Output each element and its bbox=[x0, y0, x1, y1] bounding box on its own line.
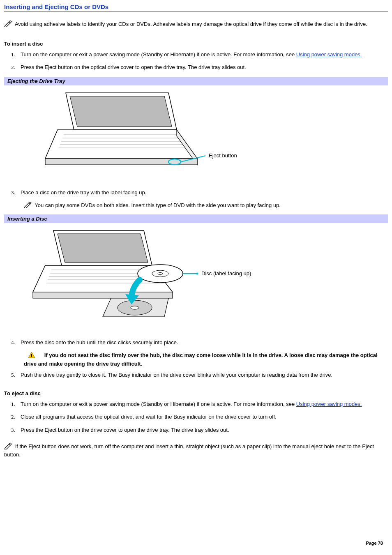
step4-warning-text: If you do not seat the disc firmly over … bbox=[24, 352, 378, 367]
page-title: Inserting and Ejecting CDs or DVDs bbox=[4, 3, 388, 12]
figure-1: Eject button bbox=[4, 85, 388, 187]
figure-2: Disc (label facing up) bbox=[4, 223, 388, 336]
eject-step-3: Press the Eject button on the drive cove… bbox=[16, 426, 388, 434]
insert-step-1: Turn on the computer or exit a power sav… bbox=[16, 51, 388, 58]
step4-warning: If you do not seat the disc firmly over … bbox=[24, 352, 388, 367]
insert-step-2: Press the Eject button on the optical dr… bbox=[16, 64, 388, 71]
warning-icon bbox=[28, 352, 35, 360]
step3-note: You can play some DVDs on both sides. In… bbox=[24, 202, 388, 210]
link-power-saving-1[interactable]: Using power saving modes. bbox=[296, 51, 362, 58]
page-number: Page 78 bbox=[366, 541, 383, 546]
fig2-label: Disc (label facing up) bbox=[201, 270, 251, 276]
bottom-note: If the Eject button does not work, turn … bbox=[4, 443, 388, 458]
bottom-note-text: If the Eject button does not work, turn … bbox=[4, 443, 374, 458]
svg-rect-19 bbox=[31, 354, 32, 356]
top-note: Avoid using adhesive labels to identify … bbox=[4, 21, 388, 29]
svg-rect-20 bbox=[31, 356, 32, 357]
insert-step-4: Press the disc onto the hub until the di… bbox=[16, 339, 388, 346]
figure-2-caption: Inserting a Disc bbox=[4, 214, 388, 223]
insert-step-3: Place a disc on the drive tray with the … bbox=[16, 189, 388, 196]
eject-step-1-text: Turn on the computer or exit a power sav… bbox=[21, 401, 296, 407]
step3-note-text: You can play some DVDs on both sides. In… bbox=[35, 202, 281, 208]
svg-point-18 bbox=[196, 272, 198, 274]
fig1-label: Eject button bbox=[209, 152, 237, 159]
link-power-saving-2[interactable]: Using power saving modes. bbox=[296, 401, 362, 407]
pencil-note-icon bbox=[4, 21, 12, 29]
pencil-note-icon bbox=[4, 443, 12, 451]
insert-step-1-text: Turn on the computer or exit a power sav… bbox=[21, 51, 296, 58]
insert-step-5: Push the drive tray gently to close it. … bbox=[16, 371, 388, 379]
eject-step-2: Close all programs that access the optic… bbox=[16, 413, 388, 421]
figure-1-caption: Ejecting the Drive Tray bbox=[4, 77, 388, 85]
insert-heading: To insert a disc bbox=[4, 41, 388, 47]
pencil-note-icon bbox=[24, 202, 32, 210]
svg-point-14 bbox=[138, 265, 183, 283]
eject-step-1: Turn on the computer or exit a power sav… bbox=[16, 401, 388, 408]
svg-point-13 bbox=[131, 306, 139, 309]
top-note-text: Avoid using adhesive labels to identify … bbox=[15, 21, 367, 27]
eject-heading: To eject a disc bbox=[4, 390, 388, 396]
